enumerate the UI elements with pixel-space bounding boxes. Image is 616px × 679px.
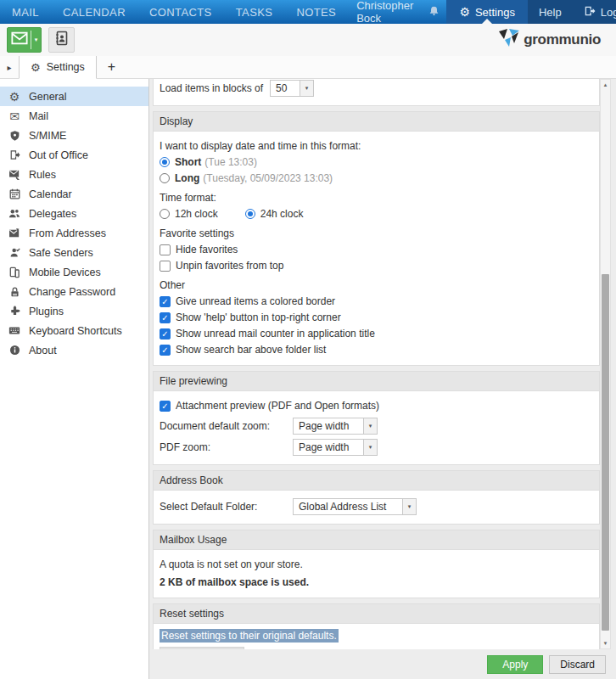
sidebar-item-mail[interactable]: ✉ Mail xyxy=(0,106,148,126)
sidebar-item-calendar[interactable]: Calendar xyxy=(0,184,148,204)
tab-settings[interactable]: ⚙ Settings xyxy=(19,56,97,79)
logout-button[interactable]: Logout xyxy=(573,0,616,24)
sidebar-item-smime[interactable]: S/MIME xyxy=(0,126,148,145)
checkbox-row-search-bar[interactable]: ✓ Show search bar above folder list xyxy=(160,343,593,356)
reset-settings-description: Reset settings to their original default… xyxy=(160,629,339,643)
scroll-down-arrow[interactable]: ▼ xyxy=(601,638,610,648)
sidebar-item-label: Out of Office xyxy=(29,149,88,161)
puzzle-icon xyxy=(8,306,21,317)
display-section: Display I want to display date and time … xyxy=(153,111,600,366)
info-icon xyxy=(8,345,21,356)
sidebar-item-mobile-devices[interactable]: Mobile Devices xyxy=(0,262,148,282)
checkbox-label: Show 'help' button in top-right corner xyxy=(176,311,341,323)
collapse-arrow-icon[interactable]: ▸ xyxy=(0,56,19,78)
sidebar-item-about[interactable]: About xyxy=(0,340,148,360)
radio-long-hint: (Tuesday, 05/09/2023 13:03) xyxy=(203,172,333,184)
chevron-down-icon[interactable]: ▾ xyxy=(300,81,313,96)
nav-mail[interactable]: MAIL xyxy=(0,0,51,24)
vertical-scrollbar[interactable]: ▲ ▼ xyxy=(600,79,611,649)
checkbox-row-unpin-favorites[interactable]: ✓ Unpin favorites from top xyxy=(160,259,593,272)
checkbox-help-button[interactable]: ✓ xyxy=(160,312,171,323)
notifications-button[interactable] xyxy=(422,0,446,24)
scrollbar-thumb[interactable] xyxy=(602,274,609,631)
chevron-down-icon[interactable]: ▾ xyxy=(363,440,377,455)
scroll-up-arrow[interactable]: ▲ xyxy=(601,80,610,90)
user-name[interactable]: Christopher Bock xyxy=(348,0,422,24)
sidebar-item-safe-senders[interactable]: Safe Senders xyxy=(0,243,148,262)
sidebar-item-delegates[interactable]: Delegates xyxy=(0,204,148,223)
chevron-down-icon[interactable]: ▾ xyxy=(363,418,377,434)
calendar-icon xyxy=(8,188,21,199)
radio-short[interactable] xyxy=(160,157,170,167)
new-tab-button[interactable]: + xyxy=(97,56,126,78)
radio-long[interactable] xyxy=(160,173,170,183)
sidebar-item-rules[interactable]: Rules xyxy=(0,165,148,184)
reset-settings-section: Reset settings Reset settings to their o… xyxy=(153,603,600,649)
sidebar-item-label: General xyxy=(29,91,66,103)
quota-text: A quota is not set on your store. xyxy=(160,558,593,571)
lock-icon xyxy=(8,286,21,298)
help-button[interactable]: Help xyxy=(528,0,573,24)
sidebar-item-label: Mail xyxy=(29,110,48,122)
apply-button[interactable]: Apply xyxy=(487,655,543,674)
address-book-button[interactable] xyxy=(48,27,75,53)
nav-calendar[interactable]: CALENDAR xyxy=(51,0,137,24)
checkbox-label: Give unread items a colored border xyxy=(176,295,335,307)
chevron-down-icon[interactable]: ▾ xyxy=(402,499,416,514)
file-previewing-title: File previewing xyxy=(154,372,599,391)
nav-notes[interactable]: NOTES xyxy=(284,0,348,24)
checkbox-unread-border[interactable]: ✓ xyxy=(160,296,171,307)
shield-icon xyxy=(8,130,21,142)
sidebar-item-label: Change Password xyxy=(29,286,115,298)
nav-tasks[interactable]: TASKS xyxy=(224,0,285,24)
from-addresses-icon xyxy=(8,228,21,238)
sidebar-item-from-addresses[interactable]: From Addresses xyxy=(0,223,148,243)
checkbox-row-unread-border[interactable]: ✓ Give unread items a colored border xyxy=(160,295,593,308)
sidebar-item-label: Plugins xyxy=(29,306,64,317)
default-folder-select[interactable]: Global Address List ▾ xyxy=(293,498,417,515)
settings-sidebar: ⚙ General ✉ Mail S/MIME Out of Office Ru… xyxy=(0,79,149,679)
checkbox-row-hide-favorites[interactable]: ✓ Hide favorites xyxy=(160,243,593,256)
favorites-group-label: Favorite settings xyxy=(160,227,593,240)
discard-button[interactable]: Discard xyxy=(549,655,606,674)
main-nav: MAIL CALENDAR CONTACTS TASKS NOTES xyxy=(0,0,348,24)
envelope-icon xyxy=(11,31,28,48)
radio-row-short[interactable]: Short (Tue 13:03) xyxy=(160,155,593,169)
load-items-panel: Load items in blocks of 50 ▾ xyxy=(153,79,600,106)
other-group-label: Other xyxy=(160,278,593,292)
sidebar-item-general[interactable]: ⚙ General xyxy=(0,87,148,106)
pdf-zoom-select[interactable]: Page width ▾ xyxy=(293,439,378,456)
radio-12h[interactable] xyxy=(160,209,170,219)
envelope-icon: ✉ xyxy=(8,109,21,123)
sidebar-item-change-password[interactable]: Change Password xyxy=(0,282,148,301)
pdf-zoom-label: PDF zoom: xyxy=(160,441,293,453)
checkbox-hide-favorites[interactable]: ✓ xyxy=(160,244,171,255)
checkbox-attachment-preview[interactable]: ✓ xyxy=(160,401,171,412)
reset-settings-title: Reset settings xyxy=(154,604,599,624)
sidebar-item-keyboard-shortcuts[interactable]: Keyboard Shortcuts xyxy=(0,321,148,340)
pdf-zoom-value: Page width xyxy=(294,440,363,455)
checkbox-row-unread-counter[interactable]: ✓ Show unread mail counter in applicatio… xyxy=(160,327,593,340)
radio-24h[interactable] xyxy=(245,209,255,219)
load-items-value: 50 xyxy=(271,81,300,96)
checkbox-row-attachment-preview[interactable]: ✓ Attachment preview (PDF and Open forma… xyxy=(160,399,593,412)
load-items-select[interactable]: 50 ▾ xyxy=(270,80,314,97)
nav-contacts[interactable]: CONTACTS xyxy=(137,0,224,24)
checkbox-row-help-button[interactable]: ✓ Show 'help' button in top-right corner xyxy=(160,311,593,324)
checkbox-search-bar[interactable]: ✓ xyxy=(160,345,171,356)
checkbox-unpin-favorites[interactable]: ✓ xyxy=(160,261,171,272)
document-zoom-select[interactable]: Page width ▾ xyxy=(293,418,378,435)
sidebar-item-label: S/MIME xyxy=(29,130,66,142)
sidebar-item-plugins[interactable]: Plugins xyxy=(0,301,148,321)
sidebar-item-out-of-office[interactable]: Out of Office xyxy=(0,145,148,165)
radio-row-long[interactable]: Long (Tuesday, 05/09/2023 13:03) xyxy=(160,171,593,185)
topbar-settings-button[interactable]: ⚙ Settings xyxy=(446,0,528,24)
default-folder-label: Select Default Folder: xyxy=(160,501,293,513)
new-mail-split-button[interactable]: ▾ xyxy=(7,27,42,53)
topbar-dark-strip: Help Logout xyxy=(528,0,616,24)
new-mail-button[interactable] xyxy=(8,28,31,52)
new-mail-dropdown[interactable]: ▾ xyxy=(31,28,41,52)
gear-icon: ⚙ xyxy=(8,90,21,104)
checkbox-unread-counter[interactable]: ✓ xyxy=(160,328,171,340)
document-zoom-label: Document default zoom: xyxy=(160,420,293,432)
